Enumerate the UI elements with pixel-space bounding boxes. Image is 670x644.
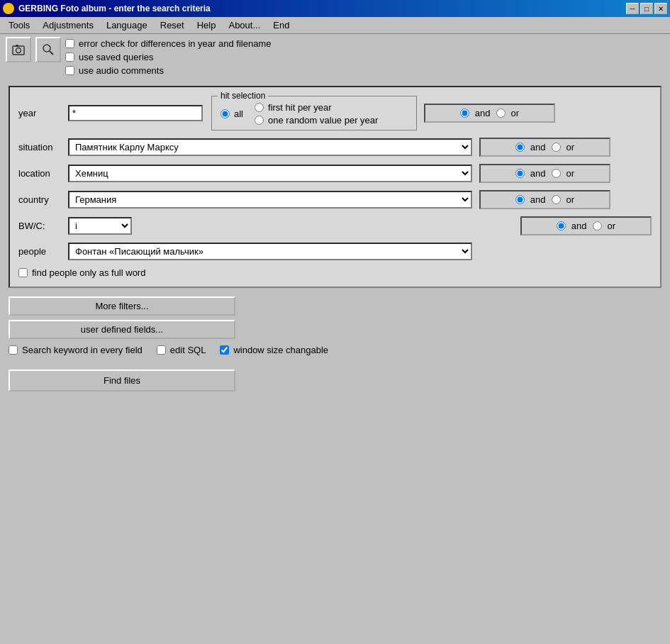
hit-selection-legend: hit selection — [218, 91, 268, 101]
main-panel: year hit selection all first hit per yea… — [9, 86, 661, 288]
situation-and-label: and — [530, 142, 546, 152]
people-row: people Фонтан «Писающий мальчик» — [18, 243, 652, 260]
bwc-or-label: or — [608, 221, 616, 231]
error-check-row: error check for differences in year and … — [65, 38, 271, 49]
title-bar: GERBING Foto album - enter the search cr… — [0, 0, 670, 17]
app-icon — [3, 3, 14, 14]
location-and-or-group: and or — [479, 164, 610, 183]
country-row: country Германия and or — [18, 190, 652, 209]
audio-comments-checkbox[interactable] — [65, 66, 74, 75]
menu-end[interactable]: End — [267, 18, 295, 32]
location-or-radio[interactable] — [552, 169, 561, 178]
menu-tools[interactable]: Tools — [3, 18, 35, 32]
year-or-radio[interactable] — [496, 109, 506, 118]
toolbar-btn-1[interactable] — [6, 37, 31, 62]
country-and-radio[interactable] — [515, 195, 525, 204]
hit-sel-first-radio[interactable] — [255, 103, 264, 112]
location-row: location Хемниц and or — [18, 164, 652, 183]
svg-line-4 — [50, 51, 53, 55]
hit-sel-random-label: one random value per year — [268, 115, 378, 126]
year-label: year — [18, 108, 68, 118]
menu-language[interactable]: Language — [101, 18, 153, 32]
bwc-label: BW/C: — [18, 221, 68, 231]
find-files-area: Find files — [9, 370, 661, 392]
search-keyword-checkbox[interactable] — [9, 345, 18, 355]
menu-about[interactable]: About... — [223, 18, 266, 32]
country-or-label: or — [566, 194, 575, 205]
saved-queries-row: use saved queries — [65, 52, 271, 62]
hit-sel-all-radio[interactable] — [220, 109, 230, 118]
window-title: GERBING Foto album - enter the search cr… — [18, 4, 211, 13]
bwc-and-or-group: and or — [520, 216, 652, 235]
maximize-button[interactable]: □ — [640, 3, 653, 14]
people-label: people — [18, 246, 68, 257]
year-and-radio[interactable] — [460, 109, 469, 118]
hit-sel-random-radio[interactable] — [255, 116, 264, 125]
country-and-or-group: and or — [479, 190, 610, 209]
edit-sql-checkbox[interactable] — [157, 345, 166, 355]
audio-comments-label: use audio comments — [79, 65, 164, 76]
location-select[interactable]: Хемниц — [68, 165, 472, 182]
country-label: country — [18, 194, 68, 205]
menu-reset[interactable]: Reset — [155, 18, 190, 32]
window-size-label: window size changable — [233, 345, 328, 355]
year-and-label: and — [475, 108, 491, 118]
menu-help[interactable]: Help — [191, 18, 222, 32]
situation-select[interactable]: Памятник Карлу Марксу — [68, 138, 472, 156]
situation-and-radio[interactable] — [515, 143, 525, 152]
menu-bar: Tools Adjustments Language Reset Help Ab… — [0, 17, 670, 34]
bwc-and-radio[interactable] — [557, 221, 566, 231]
edit-sql-label: edit SQL — [170, 345, 206, 355]
options-row: Search keyword in every field edit SQL w… — [9, 345, 661, 355]
location-and-radio[interactable] — [515, 169, 525, 178]
bwc-row: BW/C: i and or — [18, 216, 652, 235]
bwc-or-radio[interactable] — [593, 221, 602, 231]
situation-or-radio[interactable] — [552, 143, 561, 152]
buttons-area: More filters... user defined fields... — [9, 296, 661, 339]
location-or-label: or — [566, 168, 575, 179]
situation-or-label: or — [566, 142, 575, 152]
find-files-button[interactable]: Find files — [9, 370, 235, 392]
find-people-row: find people only as full word — [18, 267, 652, 278]
situation-and-or-group: and or — [479, 138, 610, 157]
hit-sel-all-label: all — [234, 109, 243, 119]
svg-point-1 — [16, 48, 21, 53]
menu-adjustments[interactable]: Adjustments — [37, 18, 99, 32]
situation-row: situation Памятник Карлу Марксу and or — [18, 138, 652, 157]
error-check-label: error check for differences in year and … — [79, 38, 271, 49]
window-size-checkbox[interactable] — [220, 345, 229, 355]
country-or-radio[interactable] — [552, 195, 561, 204]
toolbar-btn-2[interactable] — [35, 37, 61, 62]
saved-queries-checkbox[interactable] — [65, 52, 74, 62]
location-label: location — [18, 168, 68, 179]
find-people-checkbox[interactable] — [18, 268, 28, 277]
close-button[interactable]: ✕ — [654, 3, 667, 14]
user-defined-button[interactable]: user defined fields... — [9, 320, 235, 339]
year-input[interactable] — [68, 105, 203, 121]
year-or-label: or — [511, 108, 520, 118]
search-keyword-label: Search keyword in every field — [22, 345, 143, 355]
year-and-or-group: and or — [424, 104, 555, 123]
country-and-label: and — [530, 194, 546, 205]
minimize-button[interactable]: ─ — [626, 3, 639, 14]
saved-queries-label: use saved queries — [79, 52, 154, 62]
svg-point-3 — [43, 45, 50, 52]
bwc-and-label: and — [571, 221, 587, 231]
location-and-label: and — [530, 168, 546, 179]
bwc-select[interactable]: i — [68, 217, 132, 235]
toolbar: error check for differences in year and … — [0, 34, 670, 80]
hit-sel-first-label: first hit per year — [268, 102, 332, 113]
svg-rect-2 — [16, 45, 18, 47]
error-check-checkbox[interactable] — [65, 39, 74, 48]
find-people-label: find people only as full word — [32, 267, 145, 278]
situation-label: situation — [18, 142, 68, 152]
more-filters-button[interactable]: More filters... — [9, 296, 235, 316]
audio-comments-row: use audio comments — [65, 65, 271, 76]
people-select[interactable]: Фонтан «Писающий мальчик» — [68, 243, 472, 260]
country-select[interactable]: Германия — [68, 191, 472, 209]
